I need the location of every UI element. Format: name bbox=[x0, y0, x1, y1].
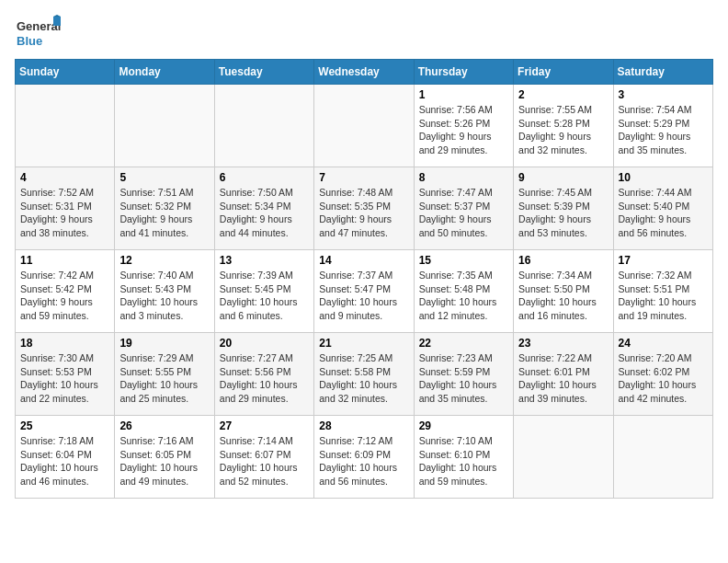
sunrise-text: Sunrise: 7:20 AM bbox=[619, 352, 692, 363]
day-info: Sunrise: 7:51 AMSunset: 5:32 PMDaylight:… bbox=[119, 186, 209, 240]
logo: General Blue bbox=[15, 15, 61, 52]
day-number: 15 bbox=[419, 254, 508, 267]
calendar-day-cell: 21Sunrise: 7:25 AMSunset: 5:58 PMDayligh… bbox=[314, 333, 414, 416]
calendar-day-cell: 29Sunrise: 7:10 AMSunset: 6:10 PMDayligh… bbox=[414, 416, 513, 499]
calendar-day-cell: 22Sunrise: 7:23 AMSunset: 5:59 PMDayligh… bbox=[414, 333, 513, 416]
calendar-week-row: 25Sunrise: 7:18 AMSunset: 6:04 PMDayligh… bbox=[16, 416, 713, 499]
sunset-text: Sunset: 5:32 PM bbox=[119, 201, 191, 212]
calendar-day-cell: 7Sunrise: 7:48 AMSunset: 5:35 PMDaylight… bbox=[314, 167, 414, 250]
day-number: 12 bbox=[119, 254, 209, 267]
daylight-text: Daylight: 9 hours and 41 minutes. bbox=[119, 213, 192, 238]
sunset-text: Sunset: 5:26 PM bbox=[419, 118, 491, 129]
day-info: Sunrise: 7:30 AMSunset: 5:53 PMDaylight:… bbox=[20, 351, 109, 406]
daylight-text: Daylight: 10 hours and 42 minutes. bbox=[619, 379, 697, 404]
sunset-text: Sunset: 5:56 PM bbox=[220, 366, 291, 377]
sunset-text: Sunset: 6:01 PM bbox=[518, 366, 590, 377]
sunrise-text: Sunrise: 7:48 AM bbox=[319, 187, 392, 198]
calendar-day-cell: 5Sunrise: 7:51 AMSunset: 5:32 PMDaylight… bbox=[115, 167, 214, 250]
calendar-day-cell: 25Sunrise: 7:18 AMSunset: 6:04 PMDayligh… bbox=[16, 416, 115, 499]
sunset-text: Sunset: 5:58 PM bbox=[319, 366, 391, 377]
daylight-text: Daylight: 10 hours and 39 minutes. bbox=[518, 379, 597, 404]
day-number: 16 bbox=[518, 254, 608, 267]
day-number: 27 bbox=[220, 419, 309, 432]
calendar-day-cell: 6Sunrise: 7:50 AMSunset: 5:34 PMDaylight… bbox=[214, 167, 313, 250]
day-number: 3 bbox=[619, 88, 708, 101]
daylight-text: Daylight: 10 hours and 52 minutes. bbox=[220, 462, 298, 487]
day-info: Sunrise: 7:18 AMSunset: 6:04 PMDaylight:… bbox=[20, 434, 109, 488]
daylight-text: Daylight: 10 hours and 19 minutes. bbox=[619, 296, 697, 321]
calendar-table: SundayMondayTuesdayWednesdayThursdayFrid… bbox=[15, 59, 713, 499]
day-number: 8 bbox=[419, 171, 508, 184]
day-number: 26 bbox=[119, 419, 209, 432]
calendar-day-cell bbox=[115, 85, 214, 167]
daylight-text: Daylight: 10 hours and 16 minutes. bbox=[518, 296, 597, 321]
calendar-day-cell: 23Sunrise: 7:22 AMSunset: 6:01 PMDayligh… bbox=[514, 333, 613, 416]
day-info: Sunrise: 7:23 AMSunset: 5:59 PMDaylight:… bbox=[419, 351, 508, 406]
sunrise-text: Sunrise: 7:34 AM bbox=[518, 270, 592, 281]
sunrise-text: Sunrise: 7:16 AM bbox=[119, 435, 193, 446]
calendar-day-cell: 3Sunrise: 7:54 AMSunset: 5:29 PMDaylight… bbox=[613, 85, 712, 167]
daylight-text: Daylight: 10 hours and 22 minutes. bbox=[20, 379, 98, 404]
sunrise-text: Sunrise: 7:44 AM bbox=[619, 187, 692, 198]
calendar-day-cell: 11Sunrise: 7:42 AMSunset: 5:42 PMDayligh… bbox=[16, 250, 115, 333]
daylight-text: Daylight: 10 hours and 46 minutes. bbox=[20, 462, 98, 487]
sunset-text: Sunset: 6:10 PM bbox=[419, 449, 491, 460]
sunset-text: Sunset: 5:39 PM bbox=[518, 201, 590, 212]
calendar-day-cell: 20Sunrise: 7:27 AMSunset: 5:56 PMDayligh… bbox=[214, 333, 313, 416]
daylight-text: Daylight: 9 hours and 29 minutes. bbox=[419, 131, 492, 155]
daylight-text: Daylight: 10 hours and 49 minutes. bbox=[119, 462, 198, 487]
sunrise-text: Sunrise: 7:40 AM bbox=[119, 270, 193, 281]
sunrise-text: Sunrise: 7:32 AM bbox=[619, 270, 692, 281]
daylight-text: Daylight: 10 hours and 3 minutes. bbox=[119, 296, 198, 321]
daylight-text: Daylight: 9 hours and 59 minutes. bbox=[20, 296, 93, 321]
calendar-day-cell: 13Sunrise: 7:39 AMSunset: 5:45 PMDayligh… bbox=[214, 250, 313, 333]
sunrise-text: Sunrise: 7:35 AM bbox=[419, 270, 493, 281]
day-info: Sunrise: 7:50 AMSunset: 5:34 PMDaylight:… bbox=[220, 186, 309, 240]
day-info: Sunrise: 7:34 AMSunset: 5:50 PMDaylight:… bbox=[518, 269, 608, 323]
day-info: Sunrise: 7:35 AMSunset: 5:48 PMDaylight:… bbox=[419, 269, 508, 323]
day-info: Sunrise: 7:40 AMSunset: 5:43 PMDaylight:… bbox=[119, 269, 209, 323]
day-number: 11 bbox=[20, 254, 109, 267]
day-info: Sunrise: 7:48 AMSunset: 5:35 PMDaylight:… bbox=[319, 186, 408, 240]
sunrise-text: Sunrise: 7:18 AM bbox=[20, 435, 94, 446]
day-number: 19 bbox=[119, 337, 209, 350]
sunrise-text: Sunrise: 7:29 AM bbox=[119, 352, 193, 363]
day-number: 22 bbox=[419, 337, 508, 350]
day-of-week-sunday: Sunday bbox=[16, 60, 115, 85]
sunset-text: Sunset: 5:59 PM bbox=[419, 366, 491, 377]
day-of-week-monday: Monday bbox=[115, 60, 214, 85]
sunset-text: Sunset: 5:31 PM bbox=[20, 201, 92, 212]
sunrise-text: Sunrise: 7:22 AM bbox=[518, 352, 592, 363]
day-number: 24 bbox=[619, 337, 708, 350]
daylight-text: Daylight: 9 hours and 44 minutes. bbox=[220, 213, 292, 238]
daylight-text: Daylight: 9 hours and 35 minutes. bbox=[619, 131, 691, 155]
calendar-day-cell: 8Sunrise: 7:47 AMSunset: 5:37 PMDaylight… bbox=[414, 167, 513, 250]
page-header: General Blue bbox=[15, 15, 713, 52]
calendar-day-cell: 4Sunrise: 7:52 AMSunset: 5:31 PMDaylight… bbox=[16, 167, 115, 250]
sunrise-text: Sunrise: 7:50 AM bbox=[220, 187, 293, 198]
day-number: 5 bbox=[119, 171, 209, 184]
calendar-day-cell: 19Sunrise: 7:29 AMSunset: 5:55 PMDayligh… bbox=[115, 333, 214, 416]
day-info: Sunrise: 7:12 AMSunset: 6:09 PMDaylight:… bbox=[319, 434, 408, 488]
sunset-text: Sunset: 5:28 PM bbox=[518, 118, 590, 129]
sunset-text: Sunset: 5:53 PM bbox=[20, 366, 92, 377]
day-number: 18 bbox=[20, 337, 109, 350]
sunrise-text: Sunrise: 7:56 AM bbox=[419, 104, 493, 115]
sunrise-text: Sunrise: 7:45 AM bbox=[518, 187, 592, 198]
day-info: Sunrise: 7:39 AMSunset: 5:45 PMDaylight:… bbox=[220, 269, 309, 323]
sunset-text: Sunset: 5:42 PM bbox=[20, 283, 92, 294]
sunset-text: Sunset: 5:37 PM bbox=[419, 201, 491, 212]
calendar-day-cell: 14Sunrise: 7:37 AMSunset: 5:47 PMDayligh… bbox=[314, 250, 414, 333]
sunset-text: Sunset: 5:45 PM bbox=[220, 283, 291, 294]
calendar-header-row: SundayMondayTuesdayWednesdayThursdayFrid… bbox=[16, 60, 713, 85]
sunset-text: Sunset: 6:02 PM bbox=[619, 366, 690, 377]
calendar-week-row: 11Sunrise: 7:42 AMSunset: 5:42 PMDayligh… bbox=[16, 250, 713, 333]
day-number: 25 bbox=[20, 419, 109, 432]
sunset-text: Sunset: 6:05 PM bbox=[119, 449, 191, 460]
day-info: Sunrise: 7:27 AMSunset: 5:56 PMDaylight:… bbox=[220, 351, 309, 406]
day-of-week-tuesday: Tuesday bbox=[214, 60, 313, 85]
calendar-day-cell bbox=[214, 85, 313, 167]
sunset-text: Sunset: 5:34 PM bbox=[220, 201, 291, 212]
sunset-text: Sunset: 5:47 PM bbox=[319, 283, 391, 294]
svg-text:Blue: Blue bbox=[17, 34, 42, 48]
